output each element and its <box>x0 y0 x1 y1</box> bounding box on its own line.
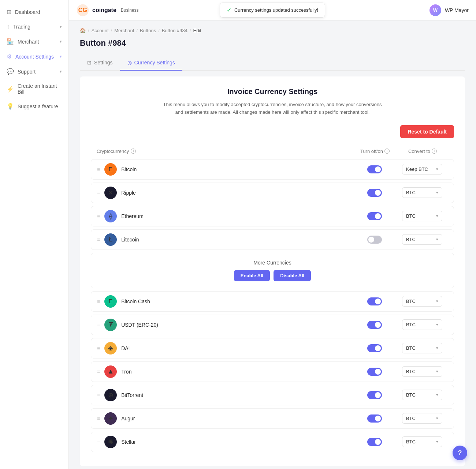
help-button[interactable]: ? <box>453 446 467 460</box>
toggle-bch[interactable] <box>367 297 382 305</box>
breadcrumb-merchant[interactable]: Merchant <box>114 28 134 33</box>
enable-all-button[interactable]: Enable All <box>234 270 270 281</box>
toggle-area-xlm <box>353 438 397 446</box>
drag-handle-ltc[interactable]: ≡ <box>97 237 100 243</box>
crypto-info-icon[interactable]: i <box>131 149 136 154</box>
toggle-ltc[interactable] <box>367 236 382 244</box>
drag-handle-bch[interactable]: ≡ <box>97 299 100 304</box>
currency-row-xlm: ≡ ✺ Stellar BTC ▾ <box>91 432 454 452</box>
nav-label-merchant: Merchant <box>18 39 39 45</box>
coin-name-bch: Bitcoin Cash <box>121 299 353 304</box>
tab-settings[interactable]: ⊡ Settings <box>80 55 120 71</box>
toggle-usdt[interactable] <box>367 321 382 329</box>
breadcrumb-home-icon: 🏠 <box>80 28 86 33</box>
toggle-btc[interactable] <box>367 165 382 173</box>
nav-icon-trading: ↕ <box>7 23 10 30</box>
convert-select-btc[interactable]: Keep BTC ▾ <box>402 164 442 175</box>
sidebar-item-support[interactable]: 💬 Support ▾ <box>0 64 68 79</box>
success-toast: ✓ Currency settings updated successfully… <box>220 3 325 18</box>
sidebar-item-suggest[interactable]: 💡 Suggest a feature <box>0 99 68 114</box>
sidebar-item-account-settings[interactable]: ⚙ Account Settings ▾ <box>0 49 68 64</box>
toast-container: ✓ Currency settings updated successfully… <box>220 3 325 18</box>
sidebar-item-merchant[interactable]: 🏪 Merchant ▾ <box>0 34 68 49</box>
convert-select-dai[interactable]: BTC ▾ <box>402 343 442 353</box>
tab-currency-settings[interactable]: ◎ Currency Settings <box>120 55 182 71</box>
convert-select-eth[interactable]: BTC ▾ <box>402 211 442 221</box>
main-area: CG coingate Business ✓ Currency settings… <box>69 0 476 469</box>
breadcrumb-buttons[interactable]: Buttons <box>140 28 156 33</box>
breadcrumb-button984[interactable]: Button #984 <box>162 28 187 33</box>
sidebar-item-create-bill[interactable]: ⚡ Create an Instant Bill <box>0 79 68 99</box>
drag-handle-dai[interactable]: ≡ <box>97 345 100 351</box>
convert-select-usdt[interactable]: BTC ▾ <box>402 319 442 330</box>
page-title: Button #984 <box>80 38 465 48</box>
nav-label-suggest: Suggest a feature <box>18 104 58 109</box>
toggle-area-btc <box>353 165 397 173</box>
svg-text:CG: CG <box>78 7 87 13</box>
app-layout: ⊞ Dashboard ↕ Trading ▾ 🏪 Merchant ▾ ⚙ A… <box>0 0 476 469</box>
drag-handle-xlm[interactable]: ≡ <box>97 439 100 445</box>
convert-select-btt[interactable]: BTC ▾ <box>402 390 442 400</box>
business-badge: Business <box>121 8 139 13</box>
toggle-rep[interactable] <box>367 414 382 423</box>
convert-select-bch[interactable]: BTC ▾ <box>402 296 442 307</box>
tab-currency-label: Currency Settings <box>134 60 175 65</box>
toggle-info-icon[interactable]: i <box>384 149 390 154</box>
currency-row-eth: ≡ ⟠ Ethereum BTC ▾ <box>91 206 454 226</box>
nav-icon-support: 💬 <box>7 68 14 75</box>
coin-name-rep: Augur <box>121 416 353 421</box>
sidebar-item-dashboard[interactable]: ⊞ Dashboard <box>0 4 68 19</box>
convert-select-ltc[interactable]: BTC ▾ <box>402 234 442 245</box>
sidebar-item-trading[interactable]: ↕ Trading ▾ <box>0 19 68 34</box>
coin-icon-xrp: ✕ <box>104 187 117 199</box>
drag-handle-btc[interactable]: ≡ <box>97 166 100 172</box>
convert-value-usdt: BTC <box>406 322 416 327</box>
drag-handle-rep[interactable]: ≡ <box>97 416 100 421</box>
drag-handle-trx[interactable]: ≡ <box>97 369 100 375</box>
convert-area-ltc: BTC ▾ <box>397 234 448 245</box>
coingate-logo: CG <box>76 4 89 17</box>
convert-select-xrp[interactable]: BTC ▾ <box>402 187 442 198</box>
convert-chevron-bch: ▾ <box>436 299 438 304</box>
reset-to-default-button[interactable]: Reset to Default <box>400 125 454 138</box>
panel-description: This menu allows you to modify accepted … <box>159 101 386 116</box>
toggle-trx[interactable] <box>367 368 382 376</box>
convert-select-rep[interactable]: BTC ▾ <box>402 413 442 424</box>
toggle-area-trx <box>353 368 397 376</box>
currency-row-dai: ≡ ◈ DAI BTC ▾ <box>91 338 454 359</box>
disable-all-button[interactable]: Disable All <box>274 270 311 281</box>
toggle-btt[interactable] <box>367 391 382 399</box>
drag-handle-eth[interactable]: ≡ <box>97 213 100 219</box>
coin-icon-xlm: ✺ <box>104 436 117 448</box>
coin-name-dai: DAI <box>121 345 353 351</box>
currency-row-usdt: ≡ ₮ USDT (ERC-20) BTC ▾ <box>91 315 454 335</box>
nav-chevron-trading: ▾ <box>60 25 62 29</box>
coin-name-xrp: Ripple <box>121 190 353 196</box>
convert-area-eth: BTC ▾ <box>397 211 448 221</box>
convert-value-ltc: BTC <box>406 237 416 242</box>
convert-area-bch: BTC ▾ <box>397 296 448 307</box>
convert-select-trx[interactable]: BTC ▾ <box>402 366 442 377</box>
convert-select-xlm[interactable]: BTC ▾ <box>402 436 442 447</box>
breadcrumb: 🏠 / Account / Merchant / Buttons / Butto… <box>80 28 465 33</box>
toggle-eth[interactable] <box>367 212 382 220</box>
drag-handle-xrp[interactable]: ≡ <box>97 190 100 196</box>
convert-chevron-trx: ▾ <box>436 369 438 374</box>
convert-value-dai: BTC <box>406 345 416 351</box>
drag-handle-usdt[interactable]: ≡ <box>97 322 100 328</box>
breadcrumb-account[interactable]: Account <box>92 28 109 33</box>
currency-tab-icon: ◎ <box>127 60 132 65</box>
convert-chevron-btc: ▾ <box>436 167 438 172</box>
toggle-xlm[interactable] <box>367 438 382 446</box>
toggle-dai[interactable] <box>367 344 382 352</box>
convert-chevron-rep: ▾ <box>436 416 438 421</box>
nav-icon-merchant: 🏪 <box>7 38 14 45</box>
header-toggle: Turn off/on i <box>353 149 397 154</box>
coin-name-trx: Tron <box>121 369 353 375</box>
nav-label-account-settings: Account Settings <box>15 54 54 60</box>
toggle-xrp[interactable] <box>367 189 382 197</box>
drag-handle-btt[interactable]: ≡ <box>97 392 100 398</box>
convert-info-icon[interactable]: i <box>432 149 437 154</box>
avatar: W <box>429 4 441 16</box>
convert-value-xlm: BTC <box>406 439 416 444</box>
